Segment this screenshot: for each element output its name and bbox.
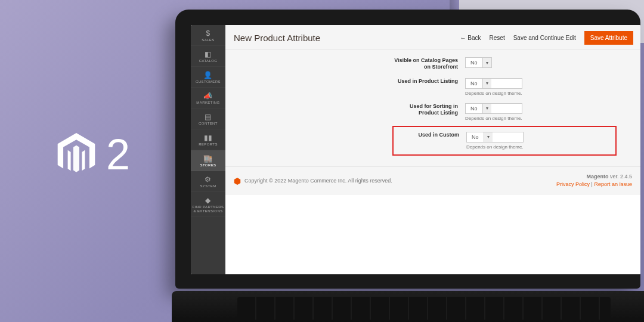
- footer-blank-area: [225, 195, 640, 275]
- admin-sidebar: $ SALES ◧ CATALOG 👤 CUSTOMERS 📣: [191, 25, 225, 274]
- sidebar-item-marketing[interactable]: 📣 MARKETING: [191, 88, 225, 109]
- form-hint: Depends on design theme.: [466, 144, 524, 150]
- save-attribute-button[interactable]: Save Attribute: [584, 31, 633, 45]
- select-3[interactable]: No▾: [466, 132, 524, 143]
- form-label: Visible on Catalog Pages on Storefront: [392, 57, 465, 71]
- logo-number: 2: [106, 130, 129, 179]
- sidebar-item-system[interactable]: ⚙ SYSTEM: [191, 171, 225, 192]
- form-label: Used in Product Listing: [392, 78, 465, 85]
- footer-privacy-link[interactable]: Privacy Policy: [556, 181, 590, 187]
- megaphone-icon: 📣: [191, 92, 225, 100]
- sidebar-item-label: SALES: [202, 38, 214, 42]
- select-value: No: [466, 104, 482, 113]
- sidebar-item-customers[interactable]: 👤 CUSTOMERS: [191, 67, 225, 88]
- sidebar-item-label: MARKETING: [196, 101, 219, 104]
- dollar-icon: $: [191, 30, 225, 37]
- footer-copyright: Copyright © 2022 Magento Commerce Inc. A…: [244, 178, 392, 184]
- select-1[interactable]: No▾: [465, 78, 522, 89]
- form-label: Used for Sorting in Product Listing: [392, 103, 465, 117]
- chevron-down-icon: ▾: [482, 58, 491, 67]
- form-hint: Depends on design theme.: [465, 116, 522, 121]
- puzzle-icon: ◆: [191, 197, 225, 204]
- laptop-mockup: $ SALES ◧ CATALOG 👤 CUSTOMERS 📣: [175, 10, 640, 320]
- magento-admin-app: $ SALES ◧ CATALOG 👤 CUSTOMERS 📣: [191, 25, 640, 274]
- sidebar-item-reports[interactable]: ▮▮ REPORTS: [191, 129, 225, 150]
- select-value: No: [466, 79, 482, 88]
- magento-mini-icon: [234, 178, 241, 185]
- sidebar-item-partners[interactable]: ◆ FIND PARTNERS & EXTENSIONS: [191, 192, 225, 217]
- form-label: Used in Custom: [394, 132, 466, 138]
- back-button[interactable]: Back: [460, 35, 481, 41]
- save-continue-button[interactable]: Save and Continue Edit: [513, 35, 576, 41]
- page-title: New Product Attribute: [234, 33, 320, 43]
- form-row: Used in CustomNo▾Depends on design theme…: [392, 126, 617, 156]
- form-row: Visible on Catalog Pages on StorefrontNo…: [392, 54, 617, 75]
- magento-2-logo: 2: [57, 130, 129, 179]
- sidebar-item-stores[interactable]: 🏬 STORES: [191, 150, 225, 171]
- sidebar-item-content[interactable]: ▤ CONTENT: [191, 109, 225, 129]
- attribute-form: Visible on Catalog Pages on StorefrontNo…: [225, 50, 640, 166]
- sidebar-item-catalog[interactable]: ◧ CATALOG: [191, 46, 225, 67]
- footer-version-label: Magento: [586, 174, 608, 179]
- gear-icon: ⚙: [191, 176, 225, 183]
- admin-footer: Copyright © 2022 Magento Commerce Inc. A…: [225, 166, 640, 195]
- footer-report-link[interactable]: Report an Issue: [594, 181, 632, 187]
- sidebar-item-label: STORES: [200, 163, 216, 167]
- page-header: New Product Attribute Back Reset Save an…: [225, 25, 640, 50]
- form-row: Used in Product ListingNo▾Depends on des…: [392, 75, 617, 100]
- sidebar-item-label: REPORTS: [199, 143, 218, 146]
- store-icon: 🏬: [191, 155, 225, 162]
- sidebar-item-label: CONTENT: [199, 122, 218, 125]
- select-value: No: [467, 132, 484, 142]
- sidebar-item-label: FIND PARTNERS & EXTENSIONS: [193, 205, 224, 213]
- form-row: Used for Sorting in Product ListingNo▾De…: [392, 100, 617, 125]
- chart-icon: ▮▮: [191, 134, 225, 141]
- select-value: No: [466, 58, 482, 67]
- reset-button[interactable]: Reset: [490, 35, 505, 41]
- layers-icon: ▤: [191, 113, 225, 120]
- tag-icon: ◧: [191, 51, 225, 58]
- select-2[interactable]: No▾: [465, 103, 522, 114]
- chevron-down-icon: ▾: [482, 104, 491, 113]
- sidebar-item-sales[interactable]: $ SALES: [191, 25, 225, 46]
- magento-icon: [57, 133, 95, 176]
- select-0[interactable]: No▾: [465, 57, 492, 68]
- sidebar-item-label: SYSTEM: [200, 184, 216, 188]
- footer-version-value: ver. 2.4.5: [610, 174, 632, 179]
- chevron-down-icon: ▾: [484, 132, 493, 142]
- chevron-down-icon: ▾: [482, 79, 491, 88]
- form-hint: Depends on design theme.: [465, 91, 522, 96]
- sidebar-item-label: CATALOG: [199, 59, 218, 63]
- sidebar-item-label: CUSTOMERS: [196, 80, 221, 83]
- person-icon: 👤: [191, 72, 225, 79]
